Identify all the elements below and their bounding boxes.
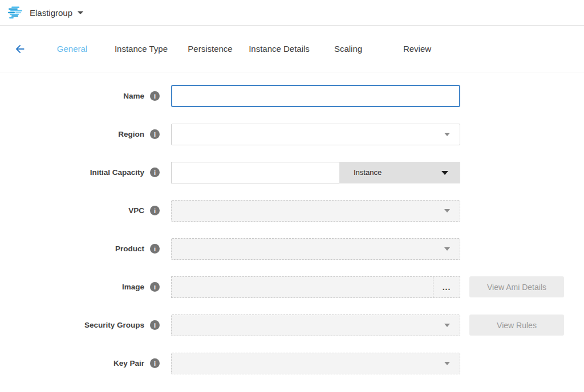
key-pair-select[interactable] bbox=[171, 353, 460, 374]
security-groups-select[interactable] bbox=[171, 315, 460, 336]
form-row-name: Name i bbox=[0, 85, 584, 107]
back-button[interactable] bbox=[10, 39, 30, 59]
region-select[interactable] bbox=[171, 124, 460, 145]
vpc-label: VPC bbox=[128, 206, 144, 215]
tab-instance-type[interactable]: Instance Type bbox=[107, 44, 176, 54]
tab-scaling[interactable]: Scaling bbox=[314, 44, 383, 54]
chevron-down-icon bbox=[444, 209, 450, 213]
product-select[interactable] bbox=[171, 238, 460, 260]
security-groups-label: Security Groups bbox=[84, 321, 144, 329]
form-row-vpc: VPC i bbox=[0, 199, 584, 222]
tab-list: General Instance Type Persistence Instan… bbox=[38, 44, 452, 54]
chevron-down-icon bbox=[444, 247, 450, 251]
wizard-tabbar: General Instance Type Persistence Instan… bbox=[0, 26, 584, 72]
region-label: Region bbox=[118, 130, 144, 138]
initial-capacity-label: Initial Capacity bbox=[90, 168, 144, 177]
chevron-down-icon[interactable] bbox=[78, 11, 83, 14]
form-row-security-groups: Security Groups i View Rules bbox=[0, 314, 584, 336]
chevron-down-icon bbox=[441, 171, 448, 175]
info-icon[interactable]: i bbox=[150, 282, 160, 292]
product-label: Product bbox=[115, 244, 144, 253]
view-ami-details-button[interactable]: View Ami Details bbox=[469, 276, 564, 297]
tab-instance-details[interactable]: Instance Details bbox=[245, 44, 314, 54]
vpc-select[interactable] bbox=[171, 200, 460, 222]
arrow-left-icon bbox=[14, 43, 26, 55]
info-icon[interactable]: i bbox=[150, 129, 160, 139]
app-title[interactable]: Elastigroup bbox=[30, 8, 72, 18]
form-row-product: Product i bbox=[0, 238, 584, 260]
info-icon[interactable]: i bbox=[150, 358, 160, 368]
key-pair-label: Key Pair bbox=[113, 359, 144, 368]
info-icon[interactable]: i bbox=[150, 91, 160, 101]
form-row-image: Image i ... View Ami Details bbox=[0, 276, 584, 298]
name-label: Name bbox=[123, 92, 144, 100]
name-input[interactable] bbox=[171, 85, 460, 107]
tab-general[interactable]: General bbox=[38, 44, 107, 54]
form-row-initial-capacity: Initial Capacity i Instance bbox=[0, 161, 584, 183]
view-rules-button[interactable]: View Rules bbox=[469, 315, 564, 336]
image-input[interactable]: ... bbox=[171, 276, 460, 298]
capacity-unit-select[interactable]: Instance bbox=[339, 162, 460, 183]
chevron-down-icon bbox=[444, 324, 450, 327]
chevron-down-icon bbox=[444, 133, 450, 136]
image-label: Image bbox=[122, 283, 144, 291]
chevron-down-icon bbox=[444, 362, 450, 365]
elastigroup-logo-icon bbox=[8, 6, 23, 19]
info-icon[interactable]: i bbox=[150, 168, 160, 177]
browse-image-button[interactable]: ... bbox=[433, 277, 460, 297]
info-icon[interactable]: i bbox=[150, 206, 160, 215]
app-header: Elastigroup bbox=[0, 0, 584, 26]
tab-persistence[interactable]: Persistence bbox=[176, 44, 245, 54]
form-row-key-pair: Key Pair i bbox=[0, 352, 584, 374]
tab-review[interactable]: Review bbox=[383, 44, 452, 54]
form-row-region: Region i bbox=[0, 123, 584, 145]
info-icon[interactable]: i bbox=[150, 320, 160, 330]
info-icon[interactable]: i bbox=[150, 244, 160, 254]
capacity-unit-value: Instance bbox=[354, 168, 382, 177]
initial-capacity-input[interactable] bbox=[171, 162, 339, 183]
general-form: Name i Region i Initial Capacity i Insta… bbox=[0, 72, 584, 374]
